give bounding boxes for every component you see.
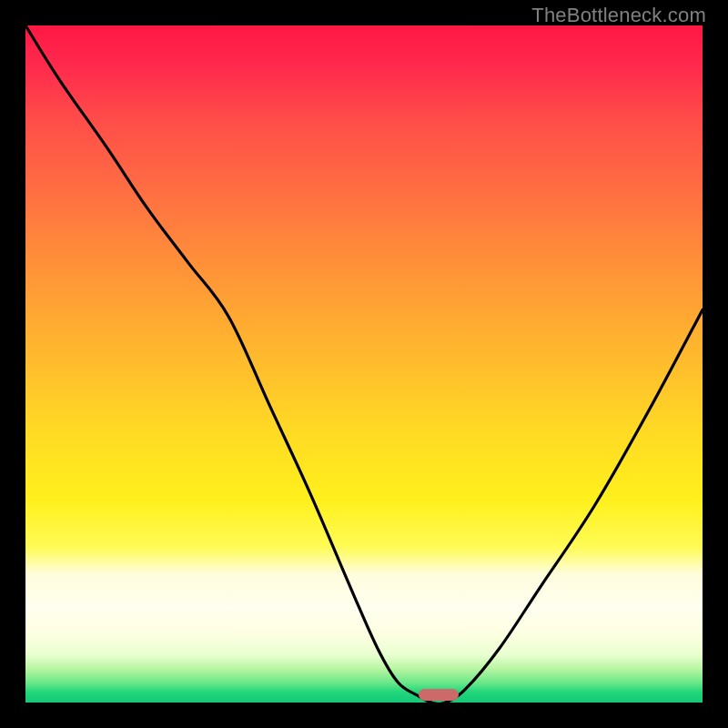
plot-area xyxy=(25,25,703,703)
chart-frame: TheBottleneck.com xyxy=(0,0,728,728)
optimal-range-marker xyxy=(419,689,460,701)
bottleneck-curve xyxy=(25,25,703,703)
watermark-text: TheBottleneck.com xyxy=(531,4,706,27)
curve-layer xyxy=(25,25,703,703)
